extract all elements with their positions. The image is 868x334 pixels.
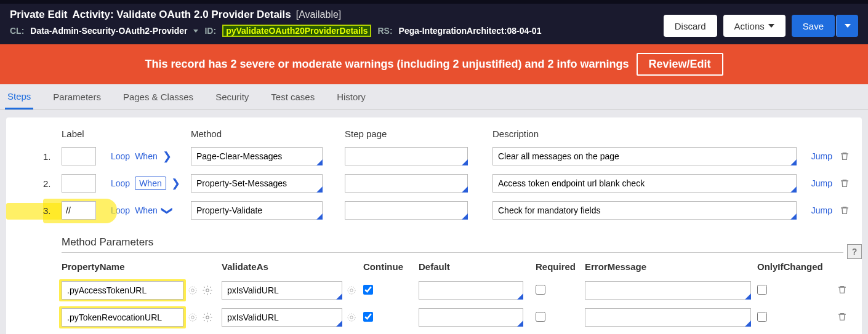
when-link[interactable]: When — [135, 205, 158, 215]
continue-checkbox[interactable] — [363, 312, 373, 322]
target-icon[interactable] — [187, 285, 198, 296]
step-number: 3. — [43, 205, 51, 216]
only-if-changed-checkbox[interactable] — [757, 312, 767, 322]
required-checkbox[interactable] — [536, 312, 545, 322]
save-button[interactable]: Save — [792, 15, 835, 37]
loop-link[interactable]: Loop — [111, 151, 130, 161]
col-default: Default — [419, 261, 536, 272]
continue-checkbox[interactable] — [363, 285, 373, 295]
tab-test-cases[interactable]: Test cases — [268, 85, 317, 108]
svg-point-2 — [206, 289, 209, 292]
rs-label: RS: — [377, 26, 392, 36]
delete-icon[interactable] — [840, 178, 850, 188]
svg-point-4 — [350, 289, 353, 292]
step-label-input[interactable] — [62, 147, 96, 165]
actions-button[interactable]: Actions — [723, 15, 786, 37]
step-number: 1. — [25, 151, 62, 162]
col-required: Required — [536, 261, 585, 272]
step-row: 2. Loop When ❯ Jump — [25, 170, 843, 197]
error-message-input[interactable] — [585, 308, 751, 327]
tab-history[interactable]: History — [334, 85, 368, 108]
property-name-input[interactable] — [62, 308, 183, 327]
gear-icon[interactable] — [202, 312, 213, 323]
jump-link[interactable]: Jump — [811, 178, 832, 188]
availability-status: [Available] — [296, 9, 342, 20]
cl-dropdown-icon[interactable] — [193, 30, 198, 33]
col-continue: Continue — [363, 261, 419, 272]
col-only-if-changed: OnlyIfChanged — [757, 261, 837, 272]
tab-pages-classes[interactable]: Pages & Classes — [121, 85, 196, 108]
col-label: Label — [62, 129, 111, 139]
target-icon[interactable] — [187, 312, 198, 323]
svg-point-6 — [191, 316, 195, 319]
review-edit-button[interactable]: Review/Edit — [637, 53, 723, 76]
cl-value: Data-Admin-Security-OAuth2-Provider — [30, 26, 187, 36]
edit-mode: Private Edit — [10, 9, 68, 21]
required-checkbox[interactable] — [536, 285, 545, 295]
step-row: 3. Loop When ❯ Jump — [25, 197, 843, 224]
method-params-title: Method Parameters — [62, 236, 843, 249]
tab-steps[interactable]: Steps — [5, 85, 33, 109]
svg-point-7 — [206, 316, 209, 319]
description-input[interactable] — [492, 201, 797, 220]
step-label-input[interactable] — [62, 174, 96, 193]
method-input[interactable] — [191, 201, 323, 220]
warning-text: This record has 2 severe or moderate war… — [145, 58, 629, 71]
step-row: 1. Loop When ❯ Jump — [25, 143, 843, 170]
delete-icon[interactable] — [837, 285, 847, 295]
svg-point-3 — [348, 287, 355, 294]
validate-as-input[interactable] — [222, 281, 342, 300]
method-input[interactable] — [191, 147, 323, 165]
when-link[interactable]: When — [135, 151, 158, 161]
delete-icon[interactable] — [840, 151, 850, 161]
jump-link[interactable]: Jump — [811, 151, 832, 161]
delete-icon[interactable] — [840, 205, 850, 215]
tab-security[interactable]: Security — [213, 85, 251, 108]
col-validate-as: ValidateAs — [222, 261, 363, 272]
delete-icon[interactable] — [837, 312, 847, 322]
jump-link[interactable]: Jump — [811, 205, 832, 215]
help-icon[interactable]: ? — [847, 244, 862, 259]
warning-banner: This record has 2 severe or moderate war… — [0, 44, 868, 84]
chevron-down-icon — [845, 24, 851, 28]
rule-title: Activity: Validate OAuth 2.0 Provider De… — [73, 9, 291, 21]
svg-point-5 — [189, 314, 196, 321]
expand-icon[interactable]: ❯ — [163, 149, 172, 163]
steps-panel: Label Method Step page Description 1. Lo… — [6, 117, 862, 334]
col-property-name: PropertyName — [62, 261, 222, 272]
method-input[interactable] — [191, 174, 323, 193]
discard-button[interactable]: Discard — [664, 15, 717, 37]
step-page-input[interactable] — [345, 147, 468, 165]
svg-point-0 — [189, 287, 196, 294]
gear-icon[interactable] — [202, 285, 213, 296]
validate-as-input[interactable] — [222, 308, 342, 327]
when-link[interactable]: When — [135, 177, 166, 190]
loop-link[interactable]: Loop — [111, 178, 130, 188]
only-if-changed-checkbox[interactable] — [757, 285, 767, 295]
id-value: pyValidateOAuth20ProviderDetails — [222, 25, 371, 37]
col-method: Method — [191, 129, 339, 139]
save-split-button[interactable] — [836, 15, 858, 37]
description-input[interactable] — [492, 174, 797, 193]
cl-label: CL: — [10, 26, 24, 36]
rule-header: Private Edit Activity: Validate OAuth 2.… — [0, 4, 868, 44]
param-row — [62, 277, 843, 304]
default-input[interactable] — [419, 281, 523, 300]
collapse-icon[interactable]: ❯ — [160, 206, 174, 215]
step-label-input[interactable] — [62, 201, 96, 220]
col-description: Description — [486, 129, 800, 139]
target-icon[interactable] — [346, 285, 357, 296]
description-input[interactable] — [492, 147, 797, 165]
svg-point-9 — [350, 316, 353, 319]
default-input[interactable] — [419, 308, 523, 327]
target-icon[interactable] — [346, 312, 357, 323]
step-page-input[interactable] — [345, 174, 468, 193]
svg-point-8 — [348, 314, 355, 321]
property-name-input[interactable] — [62, 281, 183, 300]
expand-icon[interactable]: ❯ — [171, 177, 180, 190]
step-number: 2. — [25, 178, 62, 189]
tab-parameters[interactable]: Parameters — [50, 85, 103, 108]
error-message-input[interactable] — [585, 281, 751, 300]
param-row — [62, 304, 843, 331]
step-page-input[interactable] — [345, 201, 468, 220]
